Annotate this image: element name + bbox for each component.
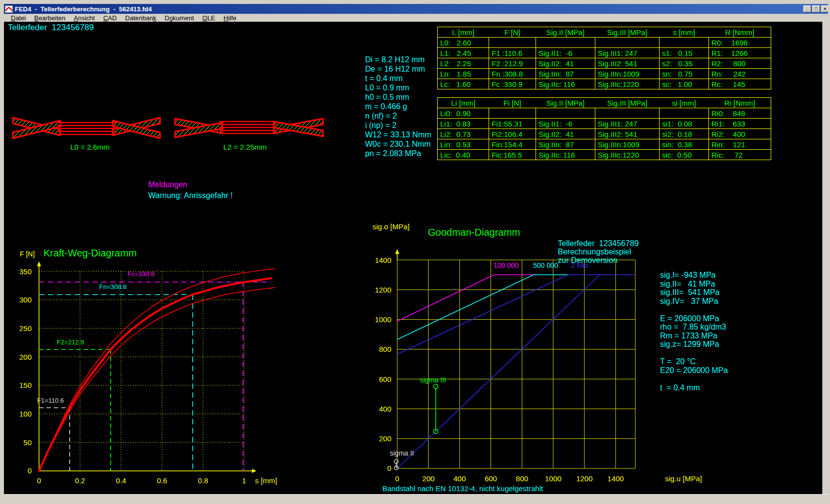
table-cell: Sig.IIIn:1009 bbox=[595, 69, 660, 79]
kw-f2-label: F2=212.9 bbox=[57, 339, 84, 346]
table-cell: si2: 0.18 bbox=[660, 129, 709, 139]
goodman-sigma2-label: sigma II bbox=[390, 449, 414, 457]
table-cell: sin: 0.38 bbox=[660, 139, 709, 150]
table-cell: L2: 2.25 bbox=[438, 58, 489, 69]
goodman-sigma3-label: sigma III bbox=[420, 376, 446, 384]
table-cell: Ri2: 400 bbox=[709, 129, 771, 139]
col-header: L [mm] bbox=[438, 27, 489, 38]
goodman-500k-label: 500 000 bbox=[533, 261, 558, 269]
table-cell: Sig.IIIc:1220 bbox=[595, 150, 660, 160]
parameter-line: m = 0.466 g bbox=[365, 102, 431, 112]
table-cell bbox=[536, 108, 595, 119]
window-right-border bbox=[822, 22, 830, 494]
table-cell: Fi2:106.4 bbox=[489, 129, 536, 139]
table-cell: Rc: 145 bbox=[709, 79, 771, 89]
info-line bbox=[660, 375, 728, 383]
goodman-material-footnote: Bandstahl nach EN 10132-4, nicht kugelge… bbox=[382, 484, 543, 493]
menu-item[interactable]: Bearbeiten bbox=[34, 14, 65, 22]
info-line: sig.III= 541 MPa bbox=[660, 288, 728, 297]
table-cell: sic: 0.50 bbox=[660, 150, 709, 160]
kw-fn-label: Fn=308.8 bbox=[99, 284, 126, 291]
table-cell: Ric: 72 bbox=[709, 150, 771, 160]
info-line: sig.I= -943 MPa bbox=[660, 271, 728, 280]
table-cell: Rn: 242 bbox=[709, 69, 771, 79]
menu-item[interactable]: Dokument bbox=[165, 14, 194, 22]
info-line: E = 206000 MPa bbox=[660, 314, 728, 323]
drawing-title: Tellerfeder 123456789 bbox=[8, 23, 94, 33]
material-info-block: sig.I= -943 MPasig.II= 41 MPasig.III= 54… bbox=[660, 244, 728, 392]
menu-item[interactable]: OLE bbox=[203, 14, 215, 22]
status-text: 26.06.2013 17:57 - HEXAGON FED4 V6.0 #00… bbox=[12, 502, 262, 504]
table-cell: Sig.III2: 541 bbox=[595, 129, 660, 139]
parameter-line: W12 = 33.13 Nmm bbox=[365, 130, 431, 140]
table-cell: F2 :212.9 bbox=[489, 58, 536, 69]
menu-bar: Datei Bearbeiten Ansicht CAD Datenbank D… bbox=[4, 14, 830, 22]
info-line: sig.II= 41 MPa bbox=[660, 280, 728, 289]
info-line bbox=[660, 349, 728, 358]
table-cell: Sig.IIIc:1220 bbox=[595, 79, 660, 89]
table-cell: Sig.II2: 41 bbox=[536, 129, 595, 139]
col-header: Sig.III [MPa] bbox=[595, 27, 660, 38]
table-cell: Sig.II2: 41 bbox=[536, 58, 595, 69]
goodman-x-ticks: 0200400600800100012001400 bbox=[397, 474, 616, 483]
menu-item[interactable]: Datei bbox=[11, 14, 26, 22]
maximize-button[interactable]: □ bbox=[812, 5, 820, 12]
table-cell: Ln: 1.85 bbox=[438, 69, 489, 79]
table-row: L0: 2.60 R0: 1696 bbox=[438, 38, 771, 48]
parameter-line: De = 16 H12 mm bbox=[365, 65, 431, 74]
goodman-header-right: Tellerfeder 123456789Berechnungsbeispiel… bbox=[558, 212, 639, 264]
table-cell: Fin:154.4 bbox=[489, 139, 536, 150]
info-line: Rm = 1733 MPa bbox=[660, 332, 728, 340]
app-icon bbox=[5, 5, 13, 13]
table-cell bbox=[595, 38, 660, 48]
table-cell: Sig.III2: 541 bbox=[595, 58, 660, 69]
table-cell: s2: 0.35 bbox=[660, 58, 709, 69]
table-cell: Sig.IIIn:1009 bbox=[595, 139, 660, 150]
goodman-y-ticks: 1400120010008006004002000 bbox=[367, 260, 391, 468]
table-cell bbox=[660, 108, 709, 119]
stack2-length-label: L2 = 2.25mm bbox=[213, 143, 277, 151]
menu-item[interactable]: Datenbank bbox=[125, 14, 156, 22]
kw-x-axis-label: s [mm] bbox=[255, 476, 277, 485]
header-right-line: Berechnungsbeispiel bbox=[558, 248, 639, 256]
info-line: E20 = 206000 MPa bbox=[660, 366, 728, 375]
table-row: Lic: 0.40 Fic:165.5 Sig.IIc: 116 Sig.III… bbox=[438, 150, 771, 160]
col-header: Li [mm] bbox=[438, 98, 489, 108]
menu-item[interactable]: CAD bbox=[103, 14, 117, 22]
table-cell: Lin: 0.53 bbox=[438, 139, 489, 150]
table-cell: sc: 1.00 bbox=[660, 79, 709, 89]
table-row: L1: 2.45 F1 :110.6 Sig.II1: -6 Sig.III1:… bbox=[438, 48, 771, 58]
parameter-line: t = 0.4 mm bbox=[365, 74, 431, 84]
table-cell: s1: 0.15 bbox=[660, 48, 709, 58]
app-window: FED4 - Tellerfederberechnung - 562413.fd… bbox=[0, 0, 830, 504]
table-cell: Ri0: 848 bbox=[709, 108, 771, 119]
title-bar[interactable]: FED4 - Tellerfederberechnung - 562413.fd… bbox=[4, 4, 830, 14]
table-cell: Lic: 0.40 bbox=[438, 150, 489, 160]
close-button[interactable]: × bbox=[821, 5, 829, 12]
info-line: t = 0.4 mm bbox=[660, 383, 728, 392]
table-cell: R1: 1266 bbox=[709, 48, 771, 58]
table-cell bbox=[595, 108, 660, 119]
col-header: Sig.II [MPa] bbox=[536, 27, 595, 38]
table-row: Li1: 0.83 Fi1:55.31 Sig.II1: -6 Sig.III1… bbox=[438, 119, 771, 129]
status-bar: 26.06.2013 17:57 - HEXAGON FED4 V6.0 #00… bbox=[4, 494, 830, 504]
goodman-2mio-label: 2 Mio. bbox=[571, 261, 590, 269]
info-line: sig.IV= 37 MPa bbox=[660, 297, 728, 306]
table-cell: Li1: 0.83 bbox=[438, 119, 489, 129]
table-row: Ln: 1.85 Fn :308.8 Sig.IIn: 87 Sig.IIIn:… bbox=[438, 69, 771, 79]
table-cell bbox=[489, 108, 536, 119]
table-cell: L1: 2.45 bbox=[438, 48, 489, 58]
warning-message: Warnung: Anrissgefahr ! bbox=[148, 191, 233, 200]
parameter-line: L0 = 0.9 mm bbox=[365, 84, 431, 93]
table-cell: Fi1:55.31 bbox=[489, 119, 536, 129]
menu-item[interactable]: Ansicht bbox=[74, 14, 95, 22]
kw-f1-label: F1=110.6 bbox=[37, 397, 64, 405]
minimize-button[interactable]: _ bbox=[803, 5, 811, 12]
table-cell: R2: 800 bbox=[709, 58, 771, 69]
col-header: F [N] bbox=[489, 27, 536, 38]
kw-chart-title: Kraft-Weg-Diagramm bbox=[43, 248, 137, 259]
menu-item[interactable]: Hilfe bbox=[224, 14, 237, 22]
header-right-line: Tellerfeder 123456789 bbox=[558, 239, 639, 248]
table-cell: Sig.III1: 247 bbox=[595, 119, 660, 129]
parameter-line: h0 = 0.5 mm bbox=[365, 93, 431, 102]
